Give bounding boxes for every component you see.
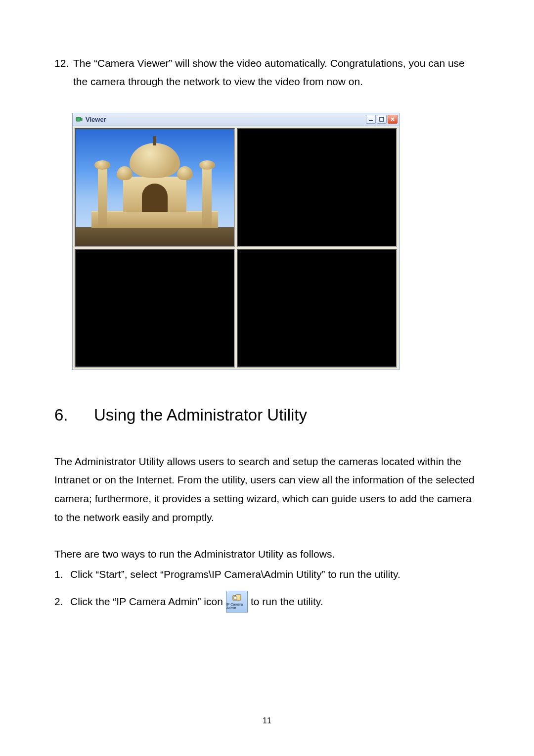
viewer-body bbox=[73, 126, 399, 370]
section-paragraph-1: The Administrator Utility allows users t… bbox=[54, 452, 480, 527]
camera-pane-4 bbox=[237, 249, 397, 368]
svg-rect-2 bbox=[380, 117, 384, 121]
list-item-1-number: 1. bbox=[54, 565, 70, 584]
list-item-2-text-pre: Click the “IP Camera Admin” icon bbox=[70, 592, 223, 611]
ordered-list: 1. Click “Start”, select “Programs\IP Ca… bbox=[54, 565, 480, 613]
section-paragraph-2: There are two ways to run the Administra… bbox=[54, 545, 480, 564]
list-item-2-text-post: to run the utility. bbox=[251, 592, 323, 611]
svg-rect-0 bbox=[76, 117, 81, 121]
camera-pane-1 bbox=[75, 128, 235, 247]
camera-pane-3 bbox=[75, 249, 235, 368]
viewer-window: Viewer bbox=[72, 113, 400, 370]
camera-pane-2 bbox=[237, 128, 397, 247]
maximize-button[interactable] bbox=[377, 115, 387, 124]
list-item-2-number: 2. bbox=[54, 592, 70, 611]
ip-camera-admin-icon: IP Camera Admin bbox=[226, 591, 248, 613]
window-controls bbox=[366, 115, 398, 124]
list-item-1-text: Click “Start”, select “Programs\IP Camer… bbox=[70, 565, 400, 584]
step-12-number: 12. bbox=[54, 54, 73, 91]
minimize-button[interactable] bbox=[366, 115, 376, 124]
viewer-app-icon bbox=[76, 116, 83, 123]
viewer-title: Viewer bbox=[86, 116, 366, 123]
folder-icon bbox=[232, 594, 241, 603]
section-number: 6. bbox=[54, 406, 94, 425]
page-number: 11 bbox=[0, 716, 534, 725]
ip-camera-admin-icon-label: IP Camera Admin bbox=[226, 603, 247, 610]
viewer-grid bbox=[75, 128, 397, 368]
svg-rect-1 bbox=[369, 120, 373, 121]
list-item-1: 1. Click “Start”, select “Programs\IP Ca… bbox=[54, 565, 480, 584]
document-page: 12. The “Camera Viewer” will show the vi… bbox=[0, 0, 534, 756]
section-heading: 6. Using the Administrator Utility bbox=[54, 406, 480, 425]
list-item-2: 2. Click the “IP Camera Admin” icon IP C… bbox=[54, 591, 480, 613]
viewer-titlebar: Viewer bbox=[73, 113, 399, 126]
step-12-text: The “Camera Viewer” will show the video … bbox=[73, 54, 480, 91]
camera-feed-image bbox=[76, 129, 234, 246]
svg-rect-3 bbox=[234, 597, 237, 599]
close-button[interactable] bbox=[388, 115, 398, 124]
step-12: 12. The “Camera Viewer” will show the vi… bbox=[54, 54, 480, 91]
section-title: Using the Administrator Utility bbox=[94, 406, 307, 425]
